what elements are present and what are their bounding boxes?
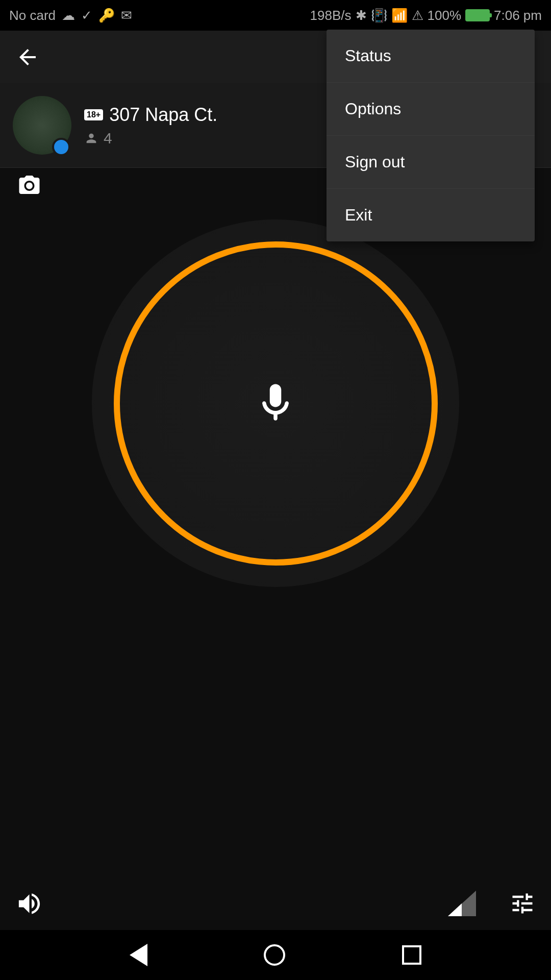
push-to-talk-button[interactable]: [114, 241, 438, 566]
nav-recent-button[interactable]: [402, 945, 421, 965]
channel-name-label: 307 Napa Ct.: [109, 104, 217, 126]
menu-item-exit[interactable]: Exit: [327, 189, 535, 241]
check-icon: ✓: [81, 8, 92, 23]
menu-item-sign-out[interactable]: Sign out: [327, 136, 535, 189]
bottom-controls: [0, 875, 551, 932]
back-arrow-icon[interactable]: [15, 45, 40, 69]
time-label: 7:06 pm: [494, 8, 542, 23]
status-left: No card ☁ ✓ 🔑 ✉: [9, 8, 132, 23]
person-icon: [84, 131, 98, 145]
mail-icon: ✉: [121, 8, 132, 23]
alert-icon: ⚠: [412, 8, 423, 23]
data-rate-label: 198B/s: [310, 8, 352, 23]
menu-item-options[interactable]: Options: [327, 83, 535, 136]
status-right: 198B/s ✱ 📳 📶 ⚠ 100% 7:06 pm: [310, 8, 542, 23]
ptt-container: [92, 219, 459, 587]
menu-item-status[interactable]: Status: [327, 30, 535, 83]
channel-info: 18+ 307 Napa Ct. 4: [84, 104, 217, 147]
bluetooth-icon: ✱: [356, 8, 367, 23]
tune-button[interactable]: [509, 890, 536, 917]
battery-icon: [465, 9, 490, 21]
microphone-icon: [253, 380, 298, 426]
key-icon: 🔑: [98, 8, 115, 23]
wifi-icon: 📶: [391, 8, 408, 23]
channel-name-row: 18+ 307 Napa Ct.: [84, 104, 217, 126]
channel-stats: 4: [84, 130, 217, 147]
signal-icon: [448, 891, 476, 916]
status-bar: No card ☁ ✓ 🔑 ✉ 198B/s ✱ 📳 📶 ⚠ 100% 7:06…: [0, 0, 551, 31]
member-count-label: 4: [104, 130, 112, 147]
nav-home-button[interactable]: [264, 944, 285, 966]
volume-button[interactable]: [15, 890, 43, 918]
age-badge: 18+: [84, 109, 103, 120]
battery-label: 100%: [428, 8, 462, 23]
cloud-icon: ☁: [62, 8, 75, 23]
dropdown-menu: Status Options Sign out Exit: [327, 30, 535, 241]
vibrate-icon: 📳: [371, 8, 387, 23]
camera-button[interactable]: [15, 174, 43, 199]
bottom-right-controls: [448, 890, 536, 917]
camera-icon: [15, 174, 43, 198]
channel-avatar: [13, 96, 71, 155]
nav-back-button[interactable]: [130, 944, 147, 966]
android-nav-bar: [0, 930, 551, 980]
no-card-label: No card: [9, 8, 56, 23]
